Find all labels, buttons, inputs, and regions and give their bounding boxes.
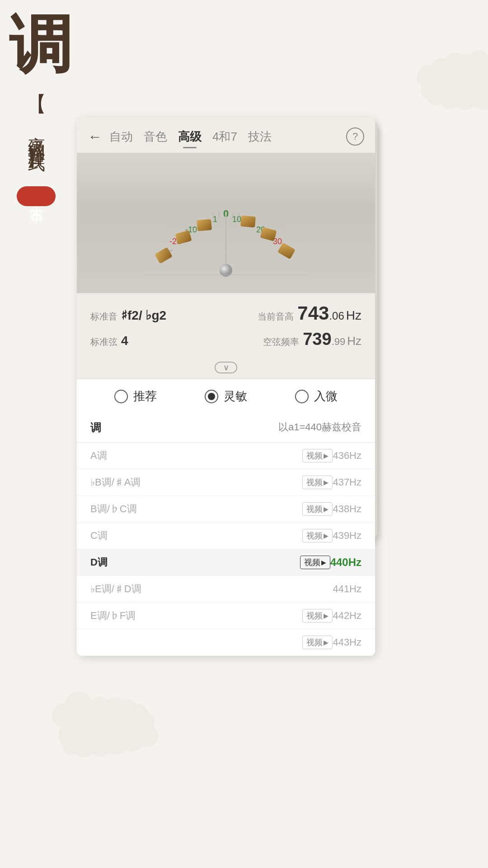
video-icon-last: ▶ xyxy=(324,639,328,646)
svg-rect-23 xyxy=(175,230,192,244)
key-name-bb: ♭B调/♯A调 xyxy=(90,476,299,489)
key-row-c[interactable]: C调 视频▶ 439Hz xyxy=(77,523,375,549)
open-string-label: 空弦频率 xyxy=(263,336,299,348)
nav-tabs: 自动 音色 高级 4和7 技法 xyxy=(109,129,346,145)
key-freq-b: 438Hz xyxy=(333,503,361,515)
key-freq-eb: 441Hz xyxy=(333,583,361,595)
svg-line-19 xyxy=(219,212,220,218)
video-icon-c: ▶ xyxy=(324,532,328,539)
key-row-b[interactable]: B调/♭C调 视频▶ 438Hz xyxy=(77,496,375,523)
tuner-meter-area: -30 -20 -10 1 0 10 20 30 - xyxy=(77,153,375,293)
meter-arc-svg: -30 -20 -10 1 0 10 20 30 - xyxy=(117,162,334,279)
vertical-title-block: 【 高级调音模式 】 xyxy=(25,90,48,173)
key-row-last[interactable]: 视频▶ 443Hz xyxy=(77,629,375,656)
tab-advanced[interactable]: 高级 xyxy=(178,129,202,145)
open-freq-decimal: .99 xyxy=(332,336,346,348)
instrument-badge: 古筝 xyxy=(17,186,56,206)
sharp-symbol: ♯ xyxy=(121,308,127,322)
key-row-e[interactable]: E调/♭F调 视频▶ 442Hz xyxy=(77,603,375,629)
video-button-a[interactable]: 视频▶ xyxy=(302,449,333,462)
sensitivity-fine[interactable]: 入微 xyxy=(295,388,338,404)
radio-fine-outer xyxy=(295,390,309,403)
current-note-value: ♯f2/ ♭g2 xyxy=(121,308,166,323)
key-header-freq-ref: 以a1=440赫兹校音 xyxy=(278,420,361,435)
current-frequency: 743 .06 Hz xyxy=(297,302,361,324)
svg-rect-22 xyxy=(155,247,173,264)
bracket-open: 【 xyxy=(26,90,47,118)
freq-unit: Hz xyxy=(346,308,361,323)
video-icon-b: ▶ xyxy=(324,505,328,513)
key-header-title: 调 xyxy=(90,420,101,435)
standard-string-label: 标准弦 xyxy=(90,336,117,348)
freq-decimal: .06 xyxy=(329,310,344,322)
string-number: 4 xyxy=(121,334,128,348)
open-freq-unit: Hz xyxy=(347,334,361,348)
main-card: ← 自动 音色 高级 4和7 技法 ? xyxy=(77,118,375,656)
sensitivity-fine-label: 入微 xyxy=(314,388,338,404)
standard-note-label: 标准音 xyxy=(90,311,117,323)
tab-auto[interactable]: 自动 xyxy=(109,129,133,145)
current-pitch-label: 当前音高 xyxy=(258,311,294,323)
tab-technique[interactable]: 技法 xyxy=(248,129,272,145)
help-button[interactable]: ? xyxy=(346,127,364,146)
key-row-eb[interactable]: ♭E调/♯D调 441Hz xyxy=(77,576,375,603)
key-name-e: E调/♭F调 xyxy=(90,609,299,623)
key-list-header: 调 以a1=440赫兹校音 xyxy=(77,413,375,443)
key-freq-e: 442Hz xyxy=(333,610,361,622)
instrument-name: 古筝 xyxy=(26,194,47,198)
video-button-d[interactable]: 视频▶ xyxy=(300,556,330,569)
key-name-b: B调/♭C调 xyxy=(90,502,299,516)
main-content-area: ← 自动 音色 高级 4和7 技法 ? xyxy=(77,118,393,656)
vertical-title-text: 高级调音模式 xyxy=(25,123,48,145)
freq-big: 743 xyxy=(297,302,329,324)
key-freq-c: 439Hz xyxy=(333,530,361,542)
video-button-last[interactable]: 视频▶ xyxy=(302,636,333,649)
key-row-a[interactable]: A调 视频▶ 436Hz xyxy=(77,443,375,469)
video-icon-bb: ▶ xyxy=(324,479,328,486)
tab-4and7[interactable]: 4和7 xyxy=(212,129,237,145)
main-character: 调 xyxy=(9,14,72,77)
video-button-c[interactable]: 视频▶ xyxy=(302,529,333,542)
svg-rect-25 xyxy=(240,216,256,228)
key-name-d: D调 xyxy=(90,556,296,569)
open-freq-big: 739 xyxy=(303,330,331,349)
open-string-frequency: 739 .99 Hz xyxy=(303,330,361,349)
key-row-d[interactable]: D调 视频▶ 440Hz xyxy=(77,549,375,576)
flat-symbol: ♭ xyxy=(145,308,151,322)
back-button[interactable]: ← xyxy=(88,128,102,145)
key-name-a: A调 xyxy=(90,449,299,462)
key-freq-d: 440Hz xyxy=(330,556,361,569)
radio-recommended-outer xyxy=(114,390,128,403)
info-section: 标准音 ♯f2/ ♭g2 当前音高 743 .06 Hz 标准弦 4 空弦频率 xyxy=(77,293,375,356)
video-icon-e: ▶ xyxy=(324,612,328,619)
sensitivity-recommended-label: 推荐 xyxy=(133,388,157,404)
radio-sensitive-outer xyxy=(205,390,218,403)
svg-rect-26 xyxy=(260,227,277,241)
key-name-c: C调 xyxy=(90,529,299,542)
svg-text:10: 10 xyxy=(232,215,241,224)
radio-sensitive-inner xyxy=(208,393,215,400)
video-button-b[interactable]: 视频▶ xyxy=(302,502,333,516)
expand-button[interactable]: ∨ xyxy=(77,356,375,379)
key-freq-last: 443Hz xyxy=(333,637,361,648)
string-info-row: 标准弦 4 空弦频率 739 .99 Hz xyxy=(90,330,361,349)
key-name-eb: ♭E调/♯D调 xyxy=(90,582,333,596)
video-button-bb[interactable]: 视频▶ xyxy=(302,476,333,489)
video-button-e[interactable]: 视频▶ xyxy=(302,609,333,623)
sensitivity-bar: 推荐 灵敏 入微 xyxy=(77,379,375,413)
tab-timbre[interactable]: 音色 xyxy=(144,129,167,145)
sensitivity-sensitive[interactable]: 灵敏 xyxy=(205,388,247,404)
help-icon: ? xyxy=(352,131,358,142)
video-icon-d: ▶ xyxy=(321,559,326,566)
card-stack: ← 自动 音色 高级 4和7 技法 ? xyxy=(77,118,393,656)
bracket-close: 】 xyxy=(26,145,47,173)
chevron-down-icon: ∨ xyxy=(215,362,237,373)
sensitivity-recommended[interactable]: 推荐 xyxy=(114,388,157,404)
key-list: A调 视频▶ 436Hz ♭B调/♯A调 视频▶ 437Hz B调/♭C调 视频… xyxy=(77,443,375,656)
svg-rect-24 xyxy=(197,219,212,231)
sensitivity-sensitive-label: 灵敏 xyxy=(224,388,247,404)
key-row-bb[interactable]: ♭B调/♯A调 视频▶ 437Hz xyxy=(77,469,375,496)
nav-bar: ← 自动 音色 高级 4和7 技法 ? xyxy=(77,118,375,153)
key-freq-a: 436Hz xyxy=(333,450,361,462)
key-freq-bb: 437Hz xyxy=(333,476,361,488)
